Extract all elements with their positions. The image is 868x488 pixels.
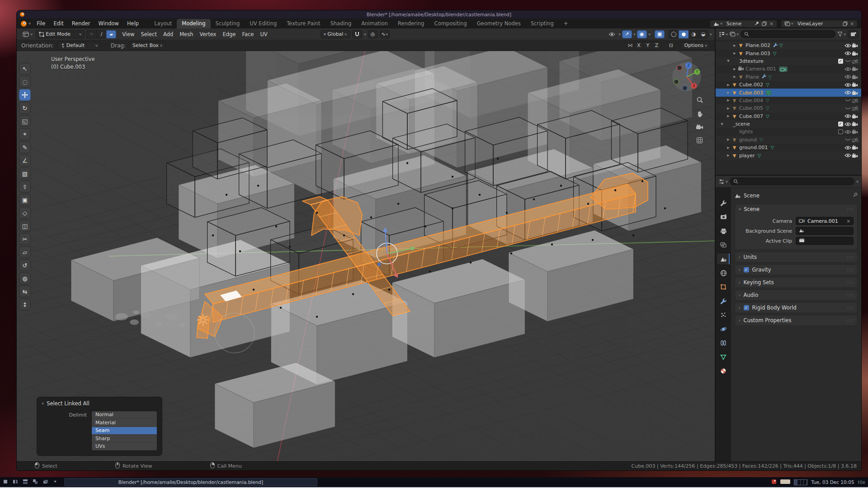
disable-in-renders-toggle[interactable] bbox=[851, 153, 859, 158]
menu-file[interactable]: File bbox=[33, 20, 49, 27]
mode-dropdown[interactable]: Edit Mode ∨ bbox=[36, 30, 85, 38]
tool-tweak[interactable]: ↖ bbox=[19, 63, 31, 75]
delimit-option-normal[interactable]: Normal bbox=[92, 411, 157, 419]
tool-measure[interactable]: ∠ bbox=[19, 155, 31, 166]
outliner-row-cube.004[interactable]: ▶▼Cube.004▽ bbox=[716, 97, 861, 104]
tool-add-cube[interactable]: ▧ bbox=[19, 168, 31, 179]
outliner-row-player[interactable]: ▶▼player▽ bbox=[716, 151, 861, 159]
overlay-settings-caret[interactable]: ∨ bbox=[648, 33, 651, 36]
panel-grip[interactable]: ∷∷ bbox=[847, 318, 854, 323]
vertex-select-button[interactable]: ∵ bbox=[86, 30, 96, 38]
panel-grip[interactable]: ∷∷ bbox=[847, 305, 854, 310]
expand-icon[interactable]: ▶ bbox=[726, 99, 731, 102]
viewport-menu-add[interactable]: Add bbox=[160, 31, 176, 38]
wireframe-shading-button[interactable]: ◯ bbox=[669, 30, 679, 38]
panel-keying-sets[interactable]: ›Keying Sets∷∷ bbox=[735, 277, 858, 288]
tray-icon-light[interactable] bbox=[780, 479, 790, 485]
menu-edit[interactable]: Edit bbox=[49, 20, 67, 27]
expand-icon[interactable]: ▼ bbox=[726, 59, 731, 63]
panel-grip[interactable]: ∷∷ bbox=[847, 293, 854, 298]
collection-checkbox[interactable]: ✓ bbox=[837, 122, 844, 127]
wm-icon-minimize-all[interactable] bbox=[52, 479, 58, 486]
outliner-row-plane[interactable]: ▶▼Plane▽ bbox=[716, 73, 861, 81]
delimit-option-material[interactable]: Material bbox=[92, 419, 157, 427]
workspace-tab-scripting[interactable]: Scripting bbox=[526, 19, 559, 28]
pin-icon[interactable] bbox=[753, 21, 760, 26]
delimit-option-sharp[interactable]: Sharp bbox=[92, 435, 157, 443]
new-scene-icon[interactable] bbox=[760, 21, 768, 26]
delimit-option-seam[interactable]: Seam bbox=[92, 427, 157, 435]
menu-render[interactable]: Render bbox=[68, 20, 94, 27]
tool-annotate[interactable]: ✎ bbox=[19, 141, 31, 153]
outliner-row-_scene[interactable]: ▼_scene✓ bbox=[716, 120, 861, 128]
workspace-tab-uv-editing[interactable]: UV Editing bbox=[245, 19, 282, 28]
tool-rotate[interactable]: ↻ bbox=[19, 102, 31, 114]
collection-checkbox[interactable]: ✓ bbox=[837, 59, 844, 64]
scene-panel-header[interactable]: ∨ Scene ∷∷ bbox=[735, 204, 857, 214]
hide-in-viewport-toggle[interactable] bbox=[844, 153, 851, 158]
properties-tab-physics[interactable] bbox=[717, 324, 730, 334]
viewport-menu-vertex[interactable]: Vertex bbox=[196, 31, 219, 38]
chevron-down-icon[interactable]: ∨ bbox=[618, 33, 621, 36]
outliner-row-3dtexture[interactable]: ▼3dtexture✓ bbox=[716, 57, 861, 65]
expand-icon[interactable]: ▶ bbox=[726, 138, 731, 141]
view-layer-selector[interactable]: ∨ ViewLayer × bbox=[781, 20, 858, 28]
material-preview-button[interactable]: ◑ bbox=[689, 30, 698, 38]
properties-tab-render[interactable] bbox=[717, 211, 730, 222]
expand-icon[interactable]: ▶ bbox=[726, 114, 731, 118]
property-field-background-scene[interactable] bbox=[796, 227, 854, 235]
add-workspace-button[interactable]: + bbox=[559, 19, 573, 28]
view-layer-name[interactable]: ViewLayer bbox=[795, 21, 841, 27]
tool-edge-slide[interactable]: ⇆ bbox=[19, 286, 31, 297]
viewport-menu-face[interactable]: Face bbox=[239, 31, 257, 38]
wm-icon-tile-horizontal[interactable] bbox=[13, 479, 18, 486]
blender-menu-icon[interactable]: ∨ bbox=[20, 20, 31, 27]
panel-audio[interactable]: ›Audio∷∷ bbox=[735, 290, 858, 300]
hide-in-viewport-toggle[interactable] bbox=[844, 106, 851, 111]
workspace-tab-layout[interactable]: Layout bbox=[149, 19, 177, 28]
hide-in-viewport-toggle[interactable] bbox=[844, 122, 851, 127]
rendered-shading-button[interactable]: ◒ bbox=[698, 30, 708, 38]
tool-transform[interactable]: ⌖ bbox=[19, 128, 31, 140]
properties-tab-constraints[interactable] bbox=[717, 338, 730, 348]
pin-icon[interactable] bbox=[853, 192, 858, 199]
tool-inset-faces[interactable]: ▣ bbox=[19, 194, 31, 206]
disable-in-renders-toggle[interactable] bbox=[851, 137, 859, 142]
scene-name[interactable]: Scene bbox=[724, 21, 754, 27]
tray-icon-red[interactable] bbox=[771, 479, 777, 485]
viewport-menu-view[interactable]: View bbox=[119, 31, 137, 38]
mirror-z-button[interactable]: Z bbox=[652, 42, 661, 50]
disable-in-renders-toggle[interactable] bbox=[851, 129, 859, 134]
panel-grip[interactable]: ∷∷ bbox=[847, 267, 854, 272]
hide-in-viewport-toggle[interactable] bbox=[844, 137, 851, 142]
display-mode-button[interactable]: ∨ bbox=[730, 32, 739, 37]
panel-grip[interactable]: ∷∷ bbox=[847, 255, 854, 260]
disable-in-renders-toggle[interactable] bbox=[851, 66, 859, 71]
transform-orientation-dropdown[interactable]: ⌖ Global ∨ bbox=[321, 30, 350, 38]
hide-in-viewport-toggle[interactable] bbox=[844, 98, 851, 103]
disable-in-renders-toggle[interactable] bbox=[851, 51, 859, 56]
hide-in-viewport-toggle[interactable] bbox=[844, 59, 851, 63]
show-gizmo-button[interactable]: ↗ bbox=[622, 30, 632, 38]
hide-in-viewport-toggle[interactable] bbox=[844, 90, 851, 95]
hide-in-viewport-toggle[interactable] bbox=[844, 43, 851, 48]
workspace-tab-animation[interactable]: Animation bbox=[356, 19, 393, 28]
mirror-x-button[interactable]: X bbox=[634, 42, 643, 50]
outliner-row-cube.003[interactable]: ▶▼Cube.003▽ bbox=[716, 89, 861, 96]
tool-poly-build[interactable]: ▱ bbox=[19, 246, 31, 258]
panel-custom-properties[interactable]: ›Custom Properties∷∷ bbox=[735, 315, 858, 326]
snap-base-icon[interactable]: ⊡ bbox=[666, 42, 676, 50]
expand-icon[interactable]: ▶ bbox=[726, 91, 731, 94]
snap-settings-caret[interactable]: ∨ bbox=[363, 33, 367, 36]
outliner-row-ground.001[interactable]: ▶▼ground.001▽ bbox=[716, 144, 861, 151]
disable-in-renders-toggle[interactable] bbox=[851, 98, 859, 103]
face-select-button[interactable]: ▰ bbox=[106, 30, 116, 38]
properties-tab-output[interactable] bbox=[717, 225, 730, 236]
expand-icon[interactable]: ▶ bbox=[732, 44, 737, 47]
properties-tab-scene[interactable] bbox=[717, 253, 730, 264]
properties-tab-modifiers[interactable] bbox=[717, 296, 730, 306]
toggle-ortho-icon[interactable] bbox=[696, 137, 703, 145]
workspace-tab-modeling[interactable]: Modeling bbox=[177, 19, 210, 28]
outliner-row-plane.002[interactable]: ▶▼Plane.002▽ bbox=[716, 42, 861, 49]
desktop-pager[interactable] bbox=[794, 479, 807, 485]
